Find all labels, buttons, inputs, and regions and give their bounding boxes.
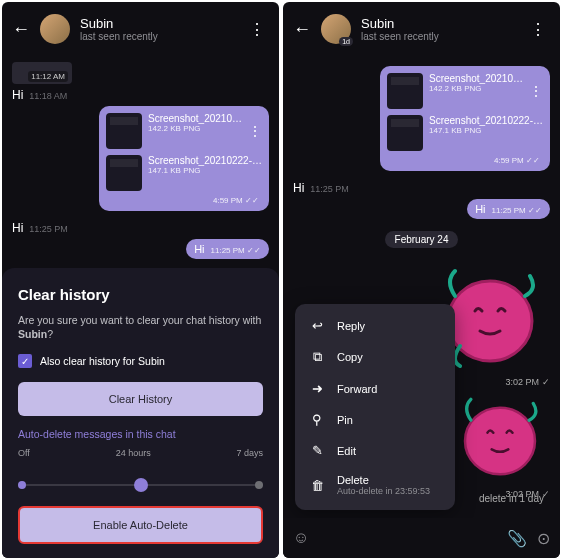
image-message[interactable]: 11:12 AM [12, 62, 72, 84]
autodelete-info: delete in 1 day [479, 493, 544, 504]
msg-time: 11:18 AM [29, 91, 67, 101]
attachment-time: 4:59 PM ✓✓ [103, 194, 265, 207]
delete-icon: 🗑 [309, 478, 325, 493]
enable-autodelete-button[interactable]: Enable Auto-Delete [18, 506, 263, 544]
contact-status: last seen recently [80, 31, 235, 42]
msg-time: 11:25 PM [310, 184, 349, 194]
clear-history-sheet: Clear history Are you sure you want to c… [2, 268, 279, 558]
back-icon[interactable]: ← [293, 19, 311, 40]
msg-out: Hi11:25 PM ✓✓ [293, 199, 550, 219]
attachment-info: Screenshot_20210222-165759.png 147.1 KB … [429, 115, 543, 151]
menu-forward[interactable]: ➜Forward [295, 373, 455, 404]
avatar[interactable] [40, 14, 70, 44]
msg-time: 11:25 PM [29, 224, 68, 234]
attachment-info: Screenshot_20210222-165745.png 142.2 KB … [429, 73, 523, 109]
attachment-row[interactable]: Screenshot_20210222-165759.png 147.1 KB … [103, 152, 265, 194]
clear-history-button[interactable]: Clear History [18, 382, 263, 416]
attachment-group[interactable]: Screenshot_20210222-165745.png 142.2 KB … [99, 106, 269, 211]
phone-right: ← 1d Subin last seen recently ⋮ Screensh… [283, 2, 560, 558]
input-bar: ☺ 📎 ⊙ [283, 518, 560, 558]
menu-pin[interactable]: ⚲Pin [295, 404, 455, 435]
slider-knob[interactable] [134, 478, 148, 492]
attach-icon[interactable]: 📎 [507, 529, 527, 548]
msg-in: Hi 11:18 AM [12, 88, 269, 102]
contact-name: Subin [361, 16, 516, 31]
msg-in: Hi 11:25 PM [12, 221, 269, 235]
attachment-more-icon[interactable]: ⋮ [529, 83, 543, 99]
autodelete-slider[interactable] [18, 470, 263, 500]
attachment-info: Screenshot_20210222-165745.png 142.2 KB … [148, 113, 242, 149]
header-info[interactable]: Subin last seen recently [361, 16, 516, 42]
copy-icon: ⧉ [309, 349, 325, 365]
contact-status: last seen recently [361, 31, 516, 42]
msg-bubble[interactable]: Hi11:25 PM ✓✓ [186, 239, 269, 259]
attachment-thumb [106, 113, 142, 149]
forward-icon: ➜ [309, 381, 325, 396]
msg-text: Hi [12, 221, 23, 235]
msg-out: Hi11:25 PM ✓✓ [12, 239, 269, 259]
checkbox-row[interactable]: ✓ Also clear history for Subin [18, 354, 263, 368]
emoji-icon[interactable]: ☺ [293, 529, 309, 547]
menu-edit[interactable]: ✎Edit [295, 435, 455, 466]
chat-header: ← Subin last seen recently ⋮ [2, 2, 279, 56]
edit-icon: ✎ [309, 443, 325, 458]
checkbox-label: Also clear history for Subin [40, 355, 165, 367]
attachment-row[interactable]: Screenshot_20210222-165745.png 142.2 KB … [103, 110, 265, 152]
msg-text: Hi [293, 181, 304, 195]
pin-icon: ⚲ [309, 412, 325, 427]
attachment-row[interactable]: Screenshot_20210222-165745.png 142.2 KB … [384, 70, 546, 112]
more-icon[interactable]: ⋮ [526, 16, 550, 43]
attachment-info: Screenshot_20210222-165759.png 147.1 KB … [148, 155, 262, 191]
slider-labels: Off 24 hours 7 days [18, 448, 263, 458]
attachment-more-icon[interactable]: ⋮ [248, 123, 262, 139]
menu-delete[interactable]: 🗑DeleteAuto-delete in 23:59:53 [295, 466, 455, 504]
autodelete-badge: 1d [339, 37, 353, 46]
attachment-thumb [387, 73, 423, 109]
more-icon[interactable]: ⋮ [245, 16, 269, 43]
schedule-icon[interactable]: ⊙ [537, 529, 550, 548]
attachment-thumb [106, 155, 142, 191]
date-badge: February 24 [293, 229, 550, 247]
reply-icon: ↩ [309, 318, 325, 333]
msg-bubble[interactable]: Hi11:25 PM ✓✓ [467, 199, 550, 219]
avatar[interactable]: 1d [321, 14, 351, 44]
menu-reply[interactable]: ↩Reply [295, 310, 455, 341]
checkbox-icon[interactable]: ✓ [18, 354, 32, 368]
sticker-image [450, 391, 550, 481]
msg-in: Hi 11:25 PM [293, 181, 550, 195]
chat-header: ← 1d Subin last seen recently ⋮ [283, 2, 560, 56]
attachment-thumb [387, 115, 423, 151]
phone-left: ← Subin last seen recently ⋮ 11:12 AM Hi… [2, 2, 279, 558]
context-menu: ↩Reply ⧉Copy ➜Forward ⚲Pin ✎Edit 🗑Delete… [295, 304, 455, 510]
menu-copy[interactable]: ⧉Copy [295, 341, 455, 373]
sheet-title: Clear history [18, 286, 263, 303]
sheet-text: Are you sure you want to clear your chat… [18, 313, 263, 342]
header-info[interactable]: Subin last seen recently [80, 16, 235, 42]
contact-name: Subin [80, 16, 235, 31]
attachment-time: 4:59 PM ✓✓ [384, 154, 546, 167]
back-icon[interactable]: ← [12, 19, 30, 40]
attachment-row[interactable]: Screenshot_20210222-165759.png 147.1 KB … [384, 112, 546, 154]
autodelete-label: Auto-delete messages in this chat [18, 428, 263, 440]
attachment-group[interactable]: Screenshot_20210222-165745.png 142.2 KB … [380, 66, 550, 171]
msg-text: Hi [12, 88, 23, 102]
image-time: 11:12 AM [28, 71, 68, 82]
